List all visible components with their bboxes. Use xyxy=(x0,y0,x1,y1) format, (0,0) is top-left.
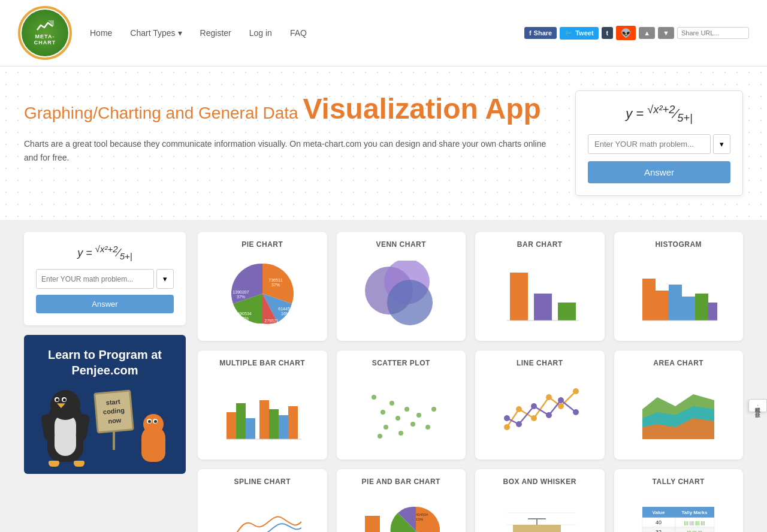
svg-point-34 xyxy=(381,410,385,415)
sidebar-answer-button[interactable]: Answer xyxy=(36,295,174,313)
chart-card-pie-bar[interactable]: PIE AND BAR CHART 434534 13% xyxy=(337,469,466,532)
reddit-button[interactable]: 👽 xyxy=(616,26,636,40)
chart-card-bar[interactable]: BAR CHART xyxy=(475,232,605,341)
hero-math-input[interactable] xyxy=(588,134,711,154)
downvote-button[interactable]: ▼ xyxy=(658,27,674,39)
chart-card-line[interactable]: LINE CHART xyxy=(475,350,605,460)
svg-point-39 xyxy=(416,413,421,418)
nav-chart-types[interactable]: Chart Types ▾ xyxy=(130,28,182,38)
svg-rect-15 xyxy=(534,294,552,321)
svg-rect-31 xyxy=(288,406,298,439)
box-whisker-visual xyxy=(484,492,596,532)
nav-home[interactable]: Home xyxy=(90,28,112,38)
svg-text:736511: 736511 xyxy=(268,278,282,282)
chart-card-tally[interactable]: TALLY CHART Value Tally Marks 40 |||| ||… xyxy=(614,469,744,532)
venn-chart-title: VENN CHART xyxy=(345,240,458,249)
svg-point-37 xyxy=(404,407,409,412)
svg-point-46 xyxy=(516,406,522,412)
spline-title: SPLINE CHART xyxy=(206,477,319,486)
chart-card-spline[interactable]: SPLINE CHART xyxy=(198,469,327,532)
chart-card-box-whisker[interactable]: BOX AND WHISKER xyxy=(475,469,605,532)
svg-text:279571: 279571 xyxy=(264,319,278,323)
nav-register[interactable]: Register xyxy=(200,28,231,38)
svg-rect-22 xyxy=(695,294,708,321)
svg-rect-27 xyxy=(246,418,255,439)
area-chart-visual xyxy=(623,373,735,451)
chart-card-pie[interactable]: PIE CHART 73 xyxy=(198,232,327,341)
svg-point-38 xyxy=(410,422,415,427)
chart-card-multiple-bar[interactable]: MULTIPLE BAR CHART xyxy=(198,350,327,460)
hero-math-dropdown[interactable]: ▾ xyxy=(713,134,730,154)
svg-point-44 xyxy=(378,434,382,439)
svg-point-36 xyxy=(395,416,400,421)
multi-bar-svg xyxy=(224,379,301,445)
upvote-button[interactable]: ▲ xyxy=(639,27,655,39)
chart-card-area[interactable]: AREA CHART xyxy=(614,350,744,460)
svg-text:614452: 614452 xyxy=(278,307,292,311)
facebook-share-button[interactable]: f Share xyxy=(524,27,557,39)
chart-card-histogram[interactable]: HISTOGRAM xyxy=(614,232,744,341)
hero-title: Graphing/Charting and General Data Visua… xyxy=(24,90,551,128)
svg-rect-67 xyxy=(513,525,561,532)
twitter-tweet-button[interactable]: 🐦 Tweet xyxy=(560,27,598,40)
svg-text:7%: 7% xyxy=(268,324,274,328)
line-svg xyxy=(501,379,579,445)
scatter-title: SCATTER PLOT xyxy=(345,359,458,367)
pie-chart-visual: 736511 37% 614452 16% 279571 7% 490534 1… xyxy=(206,255,319,332)
hero-description: Charts are a great tool because they com… xyxy=(24,137,551,164)
box-whisker-title: BOX AND WHISKER xyxy=(484,477,596,486)
svg-point-47 xyxy=(531,415,537,421)
svg-text:37%: 37% xyxy=(237,295,245,299)
sidebar-math-input[interactable] xyxy=(36,269,154,289)
svg-rect-23 xyxy=(708,303,717,321)
svg-rect-14 xyxy=(510,273,528,321)
chart-card-scatter[interactable]: SCATTER PLOT xyxy=(337,350,466,460)
line-chart-title: LINE CHART xyxy=(484,359,596,367)
header: META- CHART Home Chart Types ▾ Register … xyxy=(0,0,767,66)
svg-text:16%: 16% xyxy=(281,312,289,316)
area-svg xyxy=(639,379,717,445)
penjee-title: Learn to Program at Penjee.com xyxy=(36,347,174,378)
bar-chart-title: BAR CHART xyxy=(484,240,596,249)
svg-rect-21 xyxy=(682,297,695,321)
svg-text:32: 32 xyxy=(656,529,662,532)
svg-text:40: 40 xyxy=(656,519,662,525)
multiple-bar-title: MULTIPLE BAR CHART xyxy=(206,359,319,367)
chart-card-venn[interactable]: VENN CHART xyxy=(337,232,466,341)
nav-login[interactable]: Log in xyxy=(249,28,272,38)
svg-point-52 xyxy=(516,421,522,427)
svg-text:434534: 434534 xyxy=(416,513,428,516)
share-url-input[interactable] xyxy=(677,27,749,39)
tally-title: TALLY CHART xyxy=(623,477,735,486)
logo[interactable]: META- CHART xyxy=(18,6,72,60)
svg-rect-18 xyxy=(642,279,656,321)
hero-answer-button[interactable]: Answer xyxy=(588,161,730,183)
box-whisker-svg xyxy=(501,498,579,532)
sidebar-math-box: y = √x²+2⁄5+| ▾ Answer xyxy=(24,232,186,326)
histogram-svg xyxy=(639,261,717,327)
svg-point-45 xyxy=(504,424,510,430)
social-buttons: f Share 🐦 Tweet t 👽 ▲ ▼ xyxy=(524,26,749,40)
tumblr-button[interactable]: t xyxy=(602,27,614,39)
histogram-title: HISTOGRAM xyxy=(623,240,735,249)
hero-math-formula: y = √x²+2⁄5+| xyxy=(588,103,730,125)
svg-rect-29 xyxy=(269,409,279,439)
spline-svg xyxy=(224,498,301,532)
svg-rect-20 xyxy=(669,285,682,321)
svg-text:||||  ||||  ||||  ||||: |||| |||| |||| |||| xyxy=(684,521,705,525)
svg-point-40 xyxy=(425,425,430,430)
logo-icon xyxy=(36,20,54,32)
scatter-visual xyxy=(345,373,458,451)
svg-point-53 xyxy=(531,403,537,409)
sidebar: y = √x²+2⁄5+| ▾ Answer Learn to Program … xyxy=(24,232,186,532)
line-chart-visual xyxy=(484,373,596,451)
bar-chart-visual xyxy=(484,255,596,332)
nav-faq[interactable]: FAQ xyxy=(290,28,307,38)
logo-subtext: CHART xyxy=(34,40,56,46)
penjee-ad[interactable]: Learn to Program at Penjee.com xyxy=(24,335,186,474)
venn-chart-visual xyxy=(345,255,458,332)
tally-svg: Value Tally Marks 40 |||| |||| |||| ||||… xyxy=(639,498,717,532)
pie-bar-visual: 434534 13% xyxy=(345,492,458,532)
svg-text:13%: 13% xyxy=(240,316,249,321)
sidebar-math-dropdown[interactable]: ▾ xyxy=(156,269,174,289)
